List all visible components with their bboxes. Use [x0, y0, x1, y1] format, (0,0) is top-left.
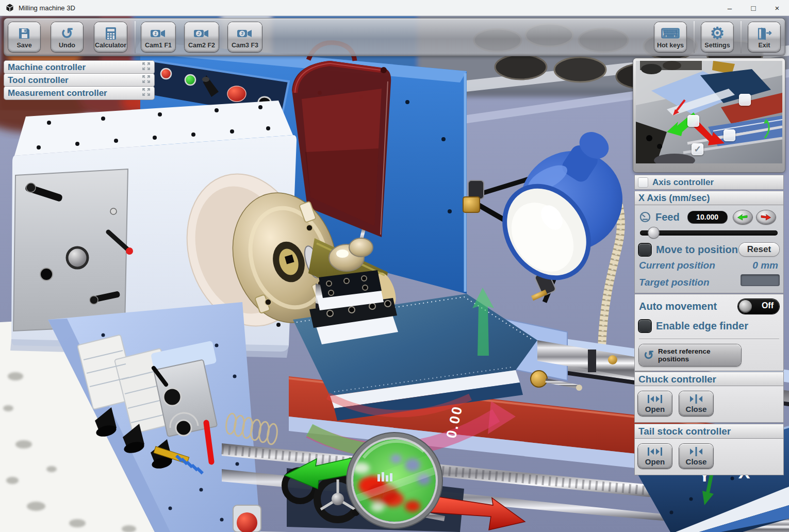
feed-slider-handle[interactable]: [648, 227, 659, 238]
jog-positive-button[interactable]: [757, 210, 776, 224]
chuck-controller-header: Chuck controller: [635, 372, 783, 386]
axis-controller-title: Axis controller: [652, 177, 714, 188]
jog-negative-button[interactable]: [733, 210, 752, 224]
toggle-knob[interactable]: [739, 300, 752, 313]
reset-icon: ↺: [644, 349, 654, 361]
tool-controller-label: Tool controller: [8, 75, 69, 86]
expand-icon[interactable]: [142, 75, 151, 86]
tail-stock-controller-header: Tail stock controller: [635, 424, 783, 439]
feed-slider-track[interactable]: [640, 230, 778, 236]
expand-icon[interactable]: [142, 62, 151, 73]
toolbar-separator: [135, 21, 136, 53]
window-title: Milling machine 3D: [19, 4, 75, 12]
move-to-position-label: Move to position: [656, 244, 738, 256]
chuck-open-button[interactable]: Open: [638, 391, 672, 416]
feed-slider[interactable]: [639, 227, 779, 239]
minimap-checkbox-1[interactable]: [739, 94, 751, 106]
tool-controller-bar[interactable]: Tool controller: [4, 74, 154, 87]
red-arrow-icon: [760, 213, 771, 221]
auto-movement-section: Auto movement Off Enable edge finder ↺ R…: [635, 294, 783, 371]
toggle-state-label: Off: [762, 301, 774, 310]
camera-1-icon: 1: [150, 25, 167, 42]
enable-edge-finder-checkbox[interactable]: [639, 320, 651, 332]
minimap-scene: [636, 61, 782, 163]
chuck-close-button[interactable]: Close: [679, 391, 713, 416]
calculator-icon: [104, 25, 118, 42]
axis-controller-checkbox[interactable]: [638, 178, 648, 187]
toolbar-separator: [741, 21, 742, 53]
exit-icon: [757, 25, 772, 42]
target-position-input[interactable]: [741, 275, 779, 286]
cam1-button[interactable]: 1 Cam1 F1: [141, 22, 175, 52]
auto-movement-toggle[interactable]: Off: [738, 299, 779, 314]
headstock-gearbox-panel: [13, 169, 133, 331]
svg-text:3: 3: [241, 31, 243, 36]
camera-3-icon: 3: [237, 25, 253, 42]
minimap-checkbox-4-checked[interactable]: ✓: [692, 143, 703, 155]
minimize-button[interactable]: –: [718, 0, 742, 15]
svg-text:1: 1: [154, 31, 157, 36]
close-button[interactable]: ×: [765, 0, 789, 15]
gear-icon: ⚙: [710, 25, 725, 42]
reset-button[interactable]: Reset: [739, 243, 779, 256]
svg-text:2: 2: [197, 31, 200, 36]
measurement-controller-bar[interactable]: Measurement controller: [4, 87, 154, 99]
save-button[interactable]: Save: [8, 22, 40, 52]
green-arrow-icon: [737, 213, 748, 221]
current-position-label: Current position: [639, 260, 715, 271]
expand-icon[interactable]: [142, 88, 151, 99]
feed-label: Feed: [655, 211, 680, 223]
cam3-button[interactable]: 3 Cam3 F3: [228, 22, 262, 52]
cam2-button[interactable]: 2 Cam2 F2: [185, 22, 219, 52]
target-position-label: Target position: [639, 277, 710, 288]
x-axis-header: X Axis (mm/sec): [635, 191, 783, 205]
unity-logo-icon: [5, 3, 14, 12]
tail-stock-open-button[interactable]: Open: [638, 444, 672, 469]
check-icon: ✓: [694, 144, 701, 155]
app-window: Y X 0.00: [0, 0, 789, 532]
feed-value-input[interactable]: 10.000: [688, 211, 727, 223]
exit-button[interactable]: Exit: [748, 22, 780, 52]
open-jaws-icon: [646, 446, 664, 457]
tail-stock-close-button[interactable]: Close: [679, 444, 713, 469]
current-position-value: 0 mm: [752, 260, 778, 271]
enable-edge-finder-label: Enable edge finder: [656, 320, 748, 332]
move-to-position-checkbox[interactable]: [639, 244, 651, 256]
machine-controller-label: Machine controller: [8, 62, 86, 73]
chuck-controller-section: Chuck controller Open Close: [635, 372, 783, 422]
axis-controller-body: Feed 10.000 Move to pos: [635, 205, 783, 293]
save-icon: [17, 25, 31, 42]
settings-button[interactable]: ⚙ Settings: [701, 22, 733, 52]
auto-movement-label: Auto movement: [639, 301, 717, 312]
minimap-panel: ✓: [633, 58, 785, 172]
minimap-checkbox-3[interactable]: [724, 129, 735, 141]
title-bar: Milling machine 3D – □ ×: [0, 0, 789, 16]
main-toolbar: Save ↺ Undo Calculator 1 Cam1 F1 2 Cam2 …: [4, 19, 785, 56]
reset-reference-positions-button[interactable]: ↺ Reset reference positions: [639, 344, 741, 366]
open-jaws-icon: [646, 394, 664, 404]
x-axis-title: X Axis (mm/sec): [638, 193, 710, 204]
divider: [639, 339, 779, 339]
toolbar-separator: [694, 21, 695, 53]
calculator-button[interactable]: Calculator: [94, 22, 127, 52]
maximize-button[interactable]: □: [742, 0, 765, 15]
right-panel-column: Axis controller X Axis (mm/sec) Feed 10.…: [635, 175, 783, 475]
gauge-icon: [639, 211, 651, 223]
keyboard-icon: ⌨: [661, 25, 680, 42]
machine-controller-bar[interactable]: Machine controller: [4, 61, 154, 74]
close-jaws-icon: [687, 446, 705, 457]
minimap-view[interactable]: ✓: [636, 61, 782, 163]
camera-2-icon: 2: [193, 25, 210, 42]
measurement-controller-label: Measurement controller: [8, 88, 107, 98]
undo-icon: ↺: [61, 25, 73, 42]
hot-keys-button[interactable]: ⌨ Hot keys: [654, 22, 686, 52]
tail-stock-controller-section: Tail stock controller Open Close: [635, 424, 783, 475]
minimap-checkbox-2[interactable]: [687, 115, 699, 127]
undo-button[interactable]: ↺ Undo: [51, 22, 83, 52]
axis-controller-header: Axis controller: [635, 175, 783, 189]
close-jaws-icon: [687, 394, 705, 404]
